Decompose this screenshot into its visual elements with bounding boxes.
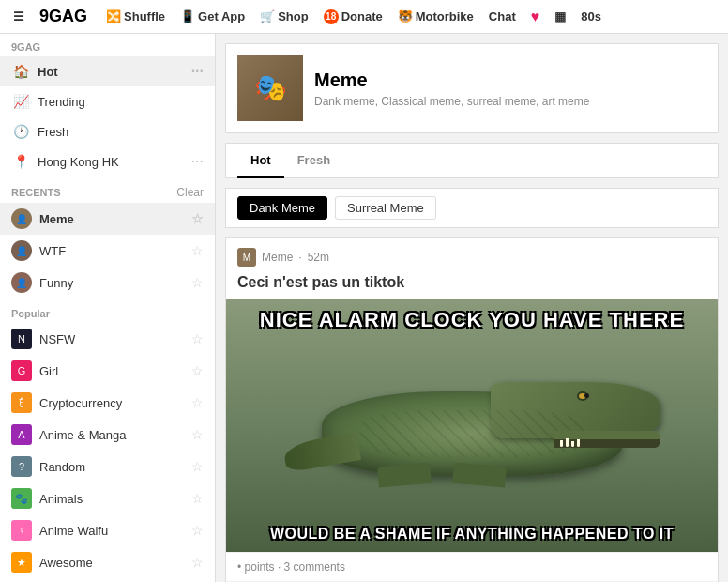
post-channel-icon: M	[237, 248, 256, 267]
channel-image: 🎭	[237, 55, 303, 121]
channel-header: 🎭 Meme Dank meme, Classical meme, surrea…	[225, 43, 719, 133]
meme-text-bottom: WOULD BE A SHAME IF ANYTHING HAPPENED TO…	[259, 516, 685, 552]
shop-icon: 🛒	[260, 9, 275, 23]
post-channel-name: Meme	[262, 251, 293, 264]
trending-icon: 📈	[11, 92, 30, 111]
shop-nav[interactable]: 🛒 Shop	[254, 6, 314, 27]
animals-icon: 🐾	[11, 488, 32, 509]
grid-icon: ▦	[554, 9, 566, 23]
sidebar-popular-girl[interactable]: G Girl ☆	[0, 355, 215, 387]
filter-dank-meme[interactable]: Dank Meme	[237, 196, 327, 220]
sidebar-popular-nsfw[interactable]: N NSFW ☆	[0, 323, 215, 355]
chat-nav[interactable]: Chat	[483, 6, 522, 27]
motorbike-icon: 🐯	[398, 9, 413, 23]
sidebar-popular-awesome[interactable]: ★ Awesome ☆	[0, 546, 215, 578]
anime-star[interactable]: ☆	[191, 427, 204, 442]
heart-icon: ♥	[531, 8, 540, 25]
random-icon: ?	[11, 456, 32, 477]
sidebar: 9GAG 🏠 Hot ··· 📈 Trending 🕐 Fresh 📍 Hong…	[0, 34, 216, 582]
filter-surreal-meme[interactable]: Surreal Meme	[335, 196, 436, 220]
wtf-star[interactable]: ☆	[191, 243, 204, 258]
page-layout: 9GAG 🏠 Hot ··· 📈 Trending 🕐 Fresh 📍 Hong…	[0, 34, 728, 582]
hot-dots: ···	[191, 63, 204, 80]
waifu-star[interactable]: ☆	[191, 523, 204, 538]
sidebar-popular-animals[interactable]: 🐾 Animals ☆	[0, 482, 215, 514]
sidebar-popular-animewaifu[interactable]: ♀ Anime Waifu ☆	[0, 514, 215, 546]
logo[interactable]: 9GAG	[34, 3, 93, 30]
wtf-avatar: 👤	[11, 240, 32, 261]
post-meta: M Meme · 52m	[226, 238, 718, 270]
funny-avatar: 👤	[11, 272, 32, 293]
hk-dots: ···	[191, 153, 204, 170]
random-star[interactable]: ☆	[191, 459, 204, 474]
animals-star[interactable]: ☆	[191, 491, 204, 506]
sidebar-popular-random[interactable]: ? Random ☆	[0, 451, 215, 482]
recents-header: Recents Clear	[0, 176, 215, 203]
meme-star[interactable]: ☆	[191, 211, 204, 226]
sidebar-item-fresh[interactable]: 🕐 Fresh	[0, 116, 215, 146]
crypto-icon: ₿	[11, 392, 32, 413]
getapp-nav[interactable]: 📱 Get App	[174, 6, 250, 27]
shuffle-icon: 🔀	[106, 9, 121, 23]
top-navigation: ☰ 9GAG 🔀 Shuffle 📱 Get App 🛒 Shop 18 Don…	[0, 0, 728, 34]
channel-title: Meme	[314, 69, 589, 91]
sidebar-item-hot[interactable]: 🏠 Hot ···	[0, 56, 215, 86]
sidebar-recent-funny[interactable]: 👤 Funny ☆	[0, 267, 215, 299]
channel-subtitle: Dank meme, Classical meme, surreal meme,…	[314, 95, 589, 108]
tab-fresh[interactable]: Fresh	[284, 144, 343, 178]
clock-icon: 🕐	[11, 122, 30, 141]
anime-icon: A	[11, 424, 32, 445]
sidebar-recent-meme[interactable]: 👤 Meme ☆	[0, 203, 215, 235]
post-image: NICE ALARM CLOCK YOU HAVE THERE	[226, 299, 718, 552]
post-card: M Meme · 52m Ceci n'est pas un tiktok NI…	[225, 237, 719, 582]
filter-bar: Dank Meme Surreal Meme	[225, 188, 719, 228]
awesome-star[interactable]: ☆	[191, 555, 204, 570]
sidebar-popular-anime[interactable]: A Anime & Manga ☆	[0, 419, 215, 451]
grid-nav[interactable]: ▦	[549, 6, 571, 27]
sidebar-item-trending[interactable]: 📈 Trending	[0, 86, 215, 116]
girl-star[interactable]: ☆	[191, 363, 204, 378]
motorbike-nav[interactable]: 🐯 Motorbike	[392, 6, 479, 27]
phone-icon: 📱	[180, 9, 195, 23]
sidebar-popular-cryptocurrency[interactable]: ₿ Cryptocurrency ☆	[0, 387, 215, 419]
post-title: Ceci n'est pas un tiktok	[226, 270, 718, 299]
location-icon: 📍	[11, 152, 30, 171]
clear-button[interactable]: Clear	[176, 186, 204, 199]
channel-info: Meme Dank meme, Classical meme, surreal …	[314, 69, 589, 108]
waifu-icon: ♀	[11, 520, 32, 541]
post-time: 52m	[308, 251, 329, 264]
hamburger-icon: ☰	[13, 9, 24, 23]
post-separator: ·	[298, 251, 301, 264]
nsfw-star[interactable]: ☆	[191, 331, 204, 346]
donate-badge: 18	[324, 9, 339, 24]
sidebar-brand: 9GAG	[0, 34, 215, 56]
nsfw-icon: N	[11, 329, 32, 349]
funny-star[interactable]: ☆	[191, 275, 204, 290]
sidebar-item-hongkong[interactable]: 📍 Hong Kong HK ···	[0, 146, 215, 176]
awesome-icon: ★	[11, 552, 32, 573]
meme-avatar: 👤	[11, 208, 32, 229]
meme-image: NICE ALARM CLOCK YOU HAVE THERE	[226, 299, 718, 552]
80s-nav[interactable]: 80s	[575, 6, 607, 27]
heart-nav[interactable]: ♥	[525, 5, 546, 29]
popular-title: Popular	[0, 299, 215, 323]
crypto-star[interactable]: ☆	[191, 395, 204, 410]
home-icon: 🏠	[11, 62, 30, 81]
donate-nav[interactable]: 18 Donate	[318, 6, 388, 28]
tab-hot[interactable]: Hot	[237, 144, 284, 178]
hamburger-menu[interactable]: ☰	[8, 6, 30, 27]
main-content: 🎭 Meme Dank meme, Classical meme, surrea…	[216, 34, 728, 582]
meme-text-top: NICE ALARM CLOCK YOU HAVE THERE	[249, 299, 695, 342]
girl-icon: G	[11, 360, 32, 381]
post-stats: • points · 3 comments	[226, 552, 718, 581]
sidebar-popular-car[interactable]: 🚗 Car ☆	[0, 578, 215, 582]
tabs-bar: Hot Fresh	[225, 143, 719, 178]
sidebar-recent-wtf[interactable]: 👤 WTF ☆	[0, 235, 215, 267]
shuffle-nav[interactable]: 🔀 Shuffle	[100, 6, 171, 27]
